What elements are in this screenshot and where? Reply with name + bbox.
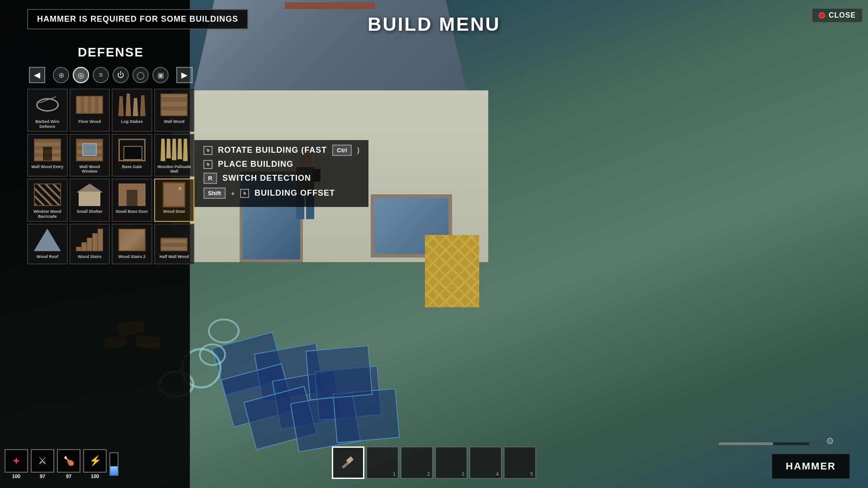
hotbar-slot-6[interactable]: 5 (504, 446, 536, 479)
health-status: + 100 (5, 449, 28, 479)
item-preview-floor-wood (73, 91, 106, 118)
rotate-ctrl-key: Ctrl (332, 145, 351, 156)
grid-item-half-wall-wood[interactable]: Half Wall Wood (154, 224, 195, 264)
rotate-paren: ) (357, 146, 359, 155)
wall-wood-window-icon (76, 139, 103, 161)
grid-item-log-stakes[interactable]: Log Stakes (112, 89, 152, 132)
prev-category-button[interactable]: ◀ (29, 67, 45, 83)
close-icon (819, 12, 825, 19)
offset-shift-key: Shift (203, 188, 226, 199)
grid-item-wall-wood-window[interactable]: Wall Wood Window (70, 134, 110, 177)
item-preview-log-stakes (116, 91, 148, 118)
grid-item-base-gate[interactable]: Base Gate (112, 134, 152, 177)
progress-fill (719, 442, 773, 445)
item-preview-small-base-door (116, 181, 148, 208)
item-label-window-barricade: Window Wood Barricade (30, 209, 65, 219)
item-preview-wood-stairs-2 (116, 226, 148, 253)
temp-status (109, 452, 118, 476)
control-place: 🖱 PLACE BUILDING (203, 160, 359, 169)
item-preview-base-gate (116, 136, 148, 164)
build-menu-title: BUILD MENU (368, 14, 500, 35)
category-icon-2[interactable]: ◎ (73, 67, 89, 83)
house-lattice (425, 235, 479, 307)
log-stakes-icon (118, 94, 146, 116)
item-grid: Barbed Wire Defence Floor Wood Log Stake… (27, 89, 194, 264)
category-icon-5[interactable]: ◯ (132, 67, 149, 83)
category-icon-1[interactable]: ⊕ (53, 67, 69, 83)
item-label-base-gate: Base Gate (122, 164, 142, 169)
palisade-icon (160, 139, 188, 161)
place-label: PLACE BUILDING (218, 160, 293, 169)
stamina-button[interactable]: ⚔ (31, 449, 54, 473)
stamina-icon: ⚔ (38, 455, 47, 467)
category-icon-3[interactable]: ≡ (93, 67, 109, 83)
hotbar-slot-5[interactable]: 4 (469, 446, 502, 479)
item-label-half-wall-wood: Half Wall Wood (160, 254, 189, 259)
grid-item-wood-stairs[interactable]: Wood Stairs (70, 224, 110, 264)
weapon-label: HAMMER (772, 454, 850, 479)
hotbar-num-4: 3 (462, 471, 464, 477)
next-category-button[interactable]: ▶ (176, 67, 193, 83)
floor-wood-icon (76, 96, 103, 114)
category-icons: ⊕ ◎ ≡ ⏻ ◯ ▣ (53, 67, 169, 83)
grid-item-wood-door[interactable]: Wood Door (154, 178, 195, 222)
grid-item-wood-roof[interactable]: Wood Roof (27, 224, 68, 264)
hotbar-num-5: 4 (496, 471, 499, 477)
item-label-wood-roof: Wood Roof (37, 254, 58, 259)
item-preview-wood-roof (31, 226, 64, 253)
energy-button[interactable]: ⚡ (83, 449, 107, 473)
settings-button[interactable]: ⚙ (824, 435, 836, 447)
grid-item-wood-stairs-2[interactable]: Wood Stairs 2 (112, 224, 152, 264)
close-label: CLOSE (829, 11, 856, 19)
wall-wood-entry-icon (34, 139, 61, 161)
hotbar-slot-2[interactable]: 1 (366, 446, 399, 479)
place-mouse-icon: 🖱 (203, 160, 212, 169)
rotate-label: ROTATE BUILDING (FAST (218, 145, 327, 155)
notification-text: HAMMER IS REQUIRED FOR SOME BUILDINGS (37, 14, 238, 23)
rotate-mouse-icon: 🖱 (203, 146, 212, 155)
grid-item-small-shelter[interactable]: Small Shelter (70, 178, 110, 222)
progress-bar-area (719, 442, 809, 445)
grid-item-wall-wood-entry[interactable]: Wall Wood Entry (27, 134, 68, 177)
grid-item-small-base-door[interactable]: Small Base Door (112, 178, 152, 222)
control-switch: R SWITCH DETECTION (203, 173, 359, 184)
item-label-barbed-wire: Barbed Wire Defence (30, 119, 65, 129)
energy-value: 100 (91, 474, 99, 479)
item-preview-half-wall-wood (158, 226, 190, 253)
item-label-wood-stairs: Wood Stairs (78, 254, 101, 259)
health-icon: + (13, 455, 19, 467)
hotbar: 1 2 3 4 5 (332, 446, 536, 479)
wall-wood-icon (160, 94, 188, 116)
category-nav: ◀ ⊕ ◎ ≡ ⏻ ◯ ▣ ▶ (27, 67, 194, 83)
item-label-small-base-door: Small Base Door (116, 209, 148, 214)
wood-stairs-icon (76, 229, 103, 251)
grid-item-palisade[interactable]: Wooden Palisade Wall (154, 134, 195, 177)
item-preview-wall-wood (158, 91, 190, 118)
grid-item-floor-wood[interactable]: Floor Wood (70, 89, 110, 132)
grid-item-barbed-wire[interactable]: Barbed Wire Defence (27, 89, 68, 132)
energy-icon: ⚡ (89, 455, 101, 467)
hotbar-slot-1[interactable] (332, 446, 364, 479)
base-gate-icon (118, 139, 146, 161)
grid-item-window-barricade[interactable]: Window Wood Barricade (27, 178, 68, 222)
switch-label: SWITCH DETECTION (222, 174, 311, 183)
grid-item-wall-wood[interactable]: Wall Wood (154, 89, 195, 132)
item-label-wall-wood: Wall Wood (164, 119, 185, 124)
category-icon-6[interactable]: ▣ (152, 67, 169, 83)
health-button[interactable]: + (5, 449, 28, 473)
food-value: 97 (66, 474, 71, 479)
category-icon-4[interactable]: ⏻ (113, 67, 129, 83)
hotbar-slot-3[interactable]: 2 (401, 446, 433, 479)
panel-title: DEFENSE (27, 45, 194, 60)
floor-preview-9 (305, 345, 373, 400)
house-structure (172, 0, 488, 262)
hotbar-num-2: 1 (393, 471, 396, 477)
control-rotate: 🖱 ROTATE BUILDING (FAST Ctrl ) (203, 145, 359, 156)
close-button[interactable]: CLOSE (812, 8, 863, 23)
hotbar-slot-4[interactable]: 3 (435, 446, 467, 479)
weapon-name: HAMMER (786, 460, 836, 472)
food-button[interactable]: 🍗 (57, 449, 80, 473)
item-preview-barbed-wire (31, 91, 64, 118)
small-base-door-icon (118, 183, 146, 206)
control-offset: Shift + 🖱 BUILDING OFFSET (203, 188, 359, 199)
